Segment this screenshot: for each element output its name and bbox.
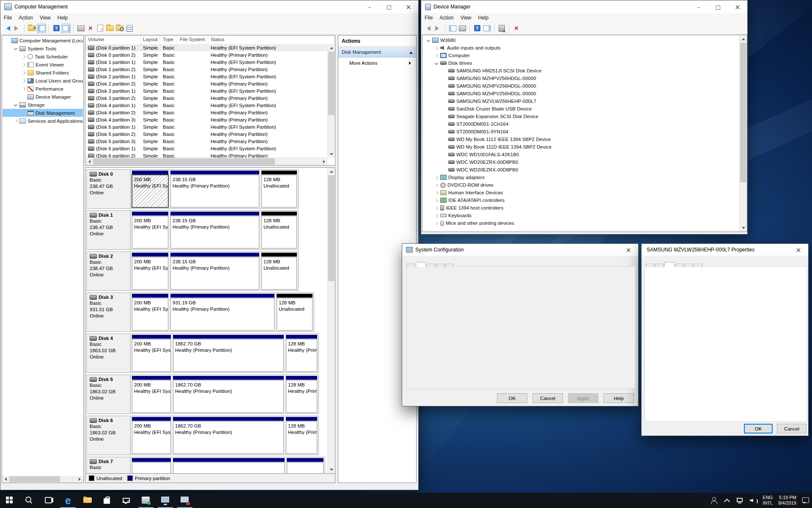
clock[interactable]: 5:19 PM 8/4/2019	[778, 495, 796, 506]
chevron-icon[interactable]	[21, 86, 27, 92]
disk-header[interactable]: Disk 0Basic238.47 GBOnline	[87, 170, 131, 208]
show-action-pane-icon[interactable]	[483, 24, 491, 33]
taskbar-button[interactable]	[156, 493, 175, 508]
partition[interactable]: 200 MBHealthy (EFI System Partition)	[132, 293, 169, 331]
tree-item[interactable]: Event Viewer	[3, 61, 83, 69]
chevron-icon[interactable]	[442, 136, 448, 143]
titlebar[interactable]: System Configuration ×	[402, 244, 638, 256]
chevron-icon[interactable]	[433, 190, 440, 196]
menu-item[interactable]: Help	[54, 14, 71, 22]
forward-icon[interactable]	[13, 24, 21, 33]
menu-item[interactable]: Action	[436, 14, 457, 22]
device-tree-item[interactable]: Keyboards	[423, 212, 739, 219]
device-tree-item[interactable]: WDC WD20EZRX-00D8PB0	[423, 166, 739, 174]
tree-item[interactable]: Local Users and Groups	[3, 77, 83, 85]
partition[interactable]: 1862.70 GBHealthy (Primary Partition)	[173, 375, 284, 413]
ok-button[interactable]: OK	[497, 393, 527, 403]
tree-item[interactable]: Services and Applications	[3, 117, 83, 125]
chevron-icon[interactable]	[442, 75, 448, 82]
taskbar-button[interactable]	[78, 493, 97, 508]
disk-header[interactable]: Disk 1Basic238.47 GBOnline	[87, 211, 131, 249]
volume-row[interactable]: (Disk 5 partition 2) Simple Basic Health…	[85, 130, 328, 138]
partition[interactable]: 128 MBHealthy (Primary Partition)	[285, 375, 318, 413]
scroll-thumb[interactable]	[9, 476, 60, 482]
apply-button[interactable]: Apply	[568, 393, 598, 403]
close-button[interactable]: ×	[619, 244, 638, 256]
chevron-icon[interactable]	[433, 174, 440, 181]
chevron-icon[interactable]	[433, 205, 440, 211]
chevron-icon[interactable]	[442, 152, 448, 158]
delete-icon[interactable]: ×	[86, 24, 95, 33]
volume-row[interactable]: (Disk 3 partition 2) Simple Basic Health…	[85, 94, 328, 102]
show-console-tree-icon[interactable]	[448, 24, 457, 33]
chevron-icon[interactable]	[442, 68, 448, 74]
device-tree-item[interactable]: ST2000DM001-9YN164	[423, 128, 739, 135]
help-button[interactable]: Help	[604, 393, 634, 403]
volume-row[interactable]: (Disk 6 partition 1) Simple Basic Health…	[85, 145, 328, 152]
chevron-icon[interactable]	[425, 37, 432, 44]
cancel-button[interactable]: Cancel	[777, 424, 807, 433]
chevron-icon[interactable]	[433, 220, 440, 226]
device-tree-item[interactable]: SAMSUNG MZHPV256HDGL-00000	[423, 90, 739, 97]
device-tree-item[interactable]: Mice and other pointing devices	[423, 219, 739, 227]
cancel-button[interactable]: Cancel	[532, 393, 563, 403]
partition[interactable]: 200 MBHealthy (EFI System Partition)	[132, 252, 169, 290]
partition[interactable]	[286, 458, 324, 473]
close-button[interactable]: ×	[789, 244, 808, 256]
device-tree-item[interactable]: SAMSUNG HM251JI SCSI Disk Device	[423, 67, 739, 75]
scroll-thumb[interactable]	[328, 52, 335, 115]
uninstall-device-icon[interactable]: ×	[512, 24, 521, 33]
volume-icon[interactable]	[749, 497, 757, 504]
tab[interactable]	[445, 264, 454, 267]
scroll-right-button[interactable]	[321, 158, 328, 165]
partition[interactable]: 200 MBHealthy (EFI System Partition)	[132, 375, 171, 413]
chevron-icon[interactable]	[433, 45, 440, 51]
tab[interactable]	[675, 264, 684, 267]
chevron-icon[interactable]	[13, 118, 19, 124]
scroll-left-button[interactable]	[2, 476, 9, 483]
device-tree-item[interactable]: WD My Book 111D IEEE 1394 SBP2 Device	[423, 143, 739, 151]
back-icon[interactable]	[3, 24, 11, 33]
chevron-icon[interactable]	[442, 121, 448, 127]
forward-icon[interactable]	[433, 24, 442, 33]
scroll-up-button[interactable]	[328, 168, 335, 175]
chevron-up-icon[interactable]	[723, 497, 731, 504]
scroll-up-button[interactable]	[328, 44, 335, 51]
taskbar-button[interactable]	[19, 493, 39, 508]
titlebar[interactable]: SAMSUNG MZVLW256HEHP-000L7 Properties ×	[642, 244, 808, 256]
taskbar-button[interactable]	[39, 493, 58, 508]
disk-vertical-scrollbar[interactable]	[327, 168, 335, 473]
chevron-icon[interactable]	[442, 106, 448, 112]
volume-row[interactable]: (Disk 5 partition 1) Simple Basic Health…	[85, 123, 328, 130]
tree-item[interactable]: Disk Management	[3, 109, 83, 117]
titlebar[interactable]: Computer Management – □ ×	[0, 0, 418, 13]
volume-row[interactable]: (Disk 5 partition 3) Simple Basic Health…	[85, 138, 328, 145]
volume-row[interactable]: (Disk 4 partition 2) Simple Basic Health…	[85, 109, 328, 116]
chevron-icon[interactable]	[442, 144, 448, 150]
ok-button[interactable]: OK	[744, 424, 773, 433]
scroll-thumb[interactable]	[740, 43, 746, 182]
device-tree-scrollbar[interactable]	[739, 35, 747, 232]
chevron-icon[interactable]	[21, 61, 27, 68]
volume-row[interactable]: (Disk 3 partition 1) Simple Basic Health…	[85, 87, 328, 94]
network-icon[interactable]	[736, 497, 744, 504]
tab[interactable]	[406, 264, 415, 267]
disk-header[interactable]: Disk 7Basic	[87, 457, 131, 473]
scroll-up-button[interactable]	[740, 35, 747, 42]
column-header-file-system[interactable]: File System	[177, 36, 208, 44]
device-tree-item[interactable]: W3680	[423, 36, 739, 44]
partition[interactable]: 128 MBHealthy (Primary Partition)	[285, 417, 318, 454]
tab[interactable]	[416, 262, 426, 267]
minimize-button[interactable]: –	[689, 0, 708, 13]
chevron-icon[interactable]	[433, 60, 440, 66]
chevron-icon[interactable]	[433, 182, 440, 188]
people-icon[interactable]	[710, 497, 718, 504]
export-folder-icon[interactable]	[27, 24, 36, 33]
minimize-button[interactable]: –	[360, 0, 379, 13]
tree-item[interactable]: Storage	[3, 101, 83, 109]
scroll-down-button[interactable]	[740, 224, 747, 232]
titlebar[interactable]: Device Manager – □ ×	[421, 0, 747, 13]
menu-item[interactable]: View	[457, 14, 475, 22]
tab[interactable]	[664, 262, 675, 267]
tree-item[interactable]: Device Manager	[3, 93, 83, 101]
